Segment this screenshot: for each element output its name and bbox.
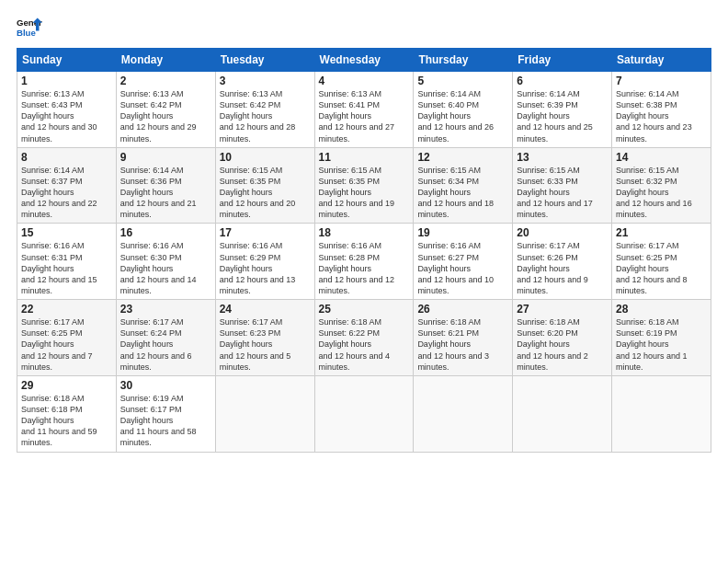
day-number: 24 [220, 303, 311, 316]
day-number: 4 [319, 75, 410, 87]
day-cell [513, 375, 612, 452]
col-header-sunday: Sunday [17, 49, 117, 72]
day-cell: 1Sunrise: 6:13 AMSunset: 6:43 PMDaylight… [17, 72, 117, 148]
day-number: 19 [417, 226, 508, 239]
day-detail: Sunrise: 6:14 AMSunset: 6:37 PMDaylight … [21, 166, 97, 220]
day-number: 13 [517, 151, 608, 164]
day-detail: Sunrise: 6:19 AMSunset: 6:17 PMDaylight … [120, 394, 197, 448]
day-cell: 26Sunrise: 6:18 AMSunset: 6:21 PMDayligh… [414, 300, 513, 376]
day-cell: 19Sunrise: 6:16 AMSunset: 6:27 PMDayligh… [414, 224, 513, 300]
day-number: 27 [517, 303, 608, 316]
day-number: 1 [21, 75, 112, 87]
day-detail: Sunrise: 6:16 AMSunset: 6:27 PMDaylight … [417, 241, 494, 295]
day-detail: Sunrise: 6:16 AMSunset: 6:28 PMDaylight … [319, 241, 395, 295]
day-cell: 11Sunrise: 6:15 AMSunset: 6:35 PMDayligh… [314, 147, 414, 224]
day-cell: 23Sunrise: 6:17 AMSunset: 6:24 PMDayligh… [116, 300, 215, 376]
day-number: 14 [616, 151, 707, 164]
day-number: 25 [319, 303, 410, 316]
day-number: 30 [120, 379, 211, 392]
day-detail: Sunrise: 6:13 AMSunset: 6:43 PMDaylight … [21, 89, 97, 144]
header-row: SundayMondayTuesdayWednesdayThursdayFrid… [17, 49, 711, 72]
day-cell: 12Sunrise: 6:15 AMSunset: 6:34 PMDayligh… [414, 147, 513, 224]
logo: General Blue [17, 15, 42, 40]
week-row-5: 29Sunrise: 6:18 AMSunset: 6:18 PMDayligh… [17, 375, 711, 452]
day-detail: Sunrise: 6:18 AMSunset: 6:22 PMDaylight … [319, 317, 391, 372]
day-detail: Sunrise: 6:15 AMSunset: 6:35 PMDaylight … [220, 166, 296, 220]
week-row-2: 8Sunrise: 6:14 AMSunset: 6:37 PMDaylight… [17, 147, 711, 224]
week-row-4: 22Sunrise: 6:17 AMSunset: 6:25 PMDayligh… [17, 300, 711, 376]
day-detail: Sunrise: 6:14 AMSunset: 6:40 PMDaylight … [417, 89, 494, 144]
day-detail: Sunrise: 6:13 AMSunset: 6:42 PMDaylight … [220, 89, 296, 144]
day-detail: Sunrise: 6:15 AMSunset: 6:32 PMDaylight … [616, 166, 692, 220]
week-row-1: 1Sunrise: 6:13 AMSunset: 6:43 PMDaylight… [17, 72, 711, 148]
day-cell: 15Sunrise: 6:16 AMSunset: 6:31 PMDayligh… [17, 224, 117, 300]
day-detail: Sunrise: 6:13 AMSunset: 6:41 PMDaylight … [319, 89, 395, 144]
header: General Blue [17, 15, 711, 40]
day-cell: 2Sunrise: 6:13 AMSunset: 6:42 PMDaylight… [116, 72, 215, 148]
day-number: 3 [220, 75, 311, 87]
day-detail: Sunrise: 6:17 AMSunset: 6:25 PMDaylight … [21, 317, 93, 372]
day-number: 11 [319, 151, 410, 164]
day-cell: 17Sunrise: 6:16 AMSunset: 6:29 PMDayligh… [215, 224, 314, 300]
day-cell: 9Sunrise: 6:14 AMSunset: 6:36 PMDaylight… [116, 147, 215, 224]
day-detail: Sunrise: 6:17 AMSunset: 6:23 PMDaylight … [220, 317, 291, 372]
day-cell: 13Sunrise: 6:15 AMSunset: 6:33 PMDayligh… [513, 147, 612, 224]
day-number: 8 [21, 151, 112, 164]
day-cell: 30Sunrise: 6:19 AMSunset: 6:17 PMDayligh… [116, 375, 215, 452]
day-number: 26 [417, 303, 508, 316]
day-detail: Sunrise: 6:18 AMSunset: 6:18 PMDaylight … [21, 394, 97, 448]
calendar-table: SundayMondayTuesdayWednesdayThursdayFrid… [17, 48, 711, 453]
day-detail: Sunrise: 6:17 AMSunset: 6:24 PMDaylight … [120, 317, 192, 372]
col-header-friday: Friday [513, 49, 612, 72]
day-number: 23 [120, 303, 211, 316]
day-cell: 16Sunrise: 6:16 AMSunset: 6:30 PMDayligh… [116, 224, 215, 300]
col-header-tuesday: Tuesday [215, 49, 314, 72]
day-number: 16 [120, 226, 211, 239]
day-number: 9 [120, 151, 211, 164]
col-header-monday: Monday [116, 49, 215, 72]
day-detail: Sunrise: 6:15 AMSunset: 6:34 PMDaylight … [417, 166, 494, 220]
day-detail: Sunrise: 6:18 AMSunset: 6:21 PMDaylight … [417, 317, 489, 372]
day-cell: 27Sunrise: 6:18 AMSunset: 6:20 PMDayligh… [513, 300, 612, 376]
day-detail: Sunrise: 6:18 AMSunset: 6:19 PMDaylight … [616, 317, 688, 372]
col-header-saturday: Saturday [612, 49, 711, 72]
day-number: 6 [517, 75, 608, 87]
day-cell: 25Sunrise: 6:18 AMSunset: 6:22 PMDayligh… [314, 300, 414, 376]
day-number: 15 [21, 226, 112, 239]
day-number: 12 [417, 151, 508, 164]
day-detail: Sunrise: 6:18 AMSunset: 6:20 PMDaylight … [517, 317, 588, 372]
day-cell: 4Sunrise: 6:13 AMSunset: 6:41 PMDaylight… [314, 72, 414, 148]
day-cell: 29Sunrise: 6:18 AMSunset: 6:18 PMDayligh… [17, 375, 117, 452]
day-detail: Sunrise: 6:15 AMSunset: 6:35 PMDaylight … [319, 166, 395, 220]
day-number: 17 [220, 226, 311, 239]
day-cell: 8Sunrise: 6:14 AMSunset: 6:37 PMDaylight… [17, 147, 117, 224]
day-detail: Sunrise: 6:16 AMSunset: 6:29 PMDaylight … [220, 241, 296, 295]
day-detail: Sunrise: 6:14 AMSunset: 6:36 PMDaylight … [120, 166, 197, 220]
day-cell: 14Sunrise: 6:15 AMSunset: 6:32 PMDayligh… [612, 147, 711, 224]
day-cell: 5Sunrise: 6:14 AMSunset: 6:40 PMDaylight… [414, 72, 513, 148]
day-detail: Sunrise: 6:16 AMSunset: 6:30 PMDaylight … [120, 241, 197, 295]
day-cell: 22Sunrise: 6:17 AMSunset: 6:25 PMDayligh… [17, 300, 117, 376]
day-cell: 21Sunrise: 6:17 AMSunset: 6:25 PMDayligh… [612, 224, 711, 300]
day-cell: 18Sunrise: 6:16 AMSunset: 6:28 PMDayligh… [314, 224, 414, 300]
day-cell: 10Sunrise: 6:15 AMSunset: 6:35 PMDayligh… [215, 147, 314, 224]
day-detail: Sunrise: 6:16 AMSunset: 6:31 PMDaylight … [21, 241, 97, 295]
day-cell: 20Sunrise: 6:17 AMSunset: 6:26 PMDayligh… [513, 224, 612, 300]
day-cell [612, 375, 711, 452]
day-cell: 6Sunrise: 6:14 AMSunset: 6:39 PMDaylight… [513, 72, 612, 148]
day-detail: Sunrise: 6:15 AMSunset: 6:33 PMDaylight … [517, 166, 593, 220]
day-number: 5 [417, 75, 508, 87]
day-detail: Sunrise: 6:17 AMSunset: 6:25 PMDaylight … [616, 241, 688, 295]
day-number: 7 [616, 75, 707, 87]
day-cell [215, 375, 314, 452]
day-number: 22 [21, 303, 112, 316]
col-header-wednesday: Wednesday [314, 49, 414, 72]
day-cell: 7Sunrise: 6:14 AMSunset: 6:38 PMDaylight… [612, 72, 711, 148]
day-number: 2 [120, 75, 211, 87]
day-number: 10 [220, 151, 311, 164]
day-cell: 28Sunrise: 6:18 AMSunset: 6:19 PMDayligh… [612, 300, 711, 376]
day-detail: Sunrise: 6:13 AMSunset: 6:42 PMDaylight … [120, 89, 197, 144]
svg-text:Blue: Blue [17, 28, 36, 38]
day-detail: Sunrise: 6:17 AMSunset: 6:26 PMDaylight … [517, 241, 588, 295]
logo-icon: General Blue [17, 15, 42, 40]
